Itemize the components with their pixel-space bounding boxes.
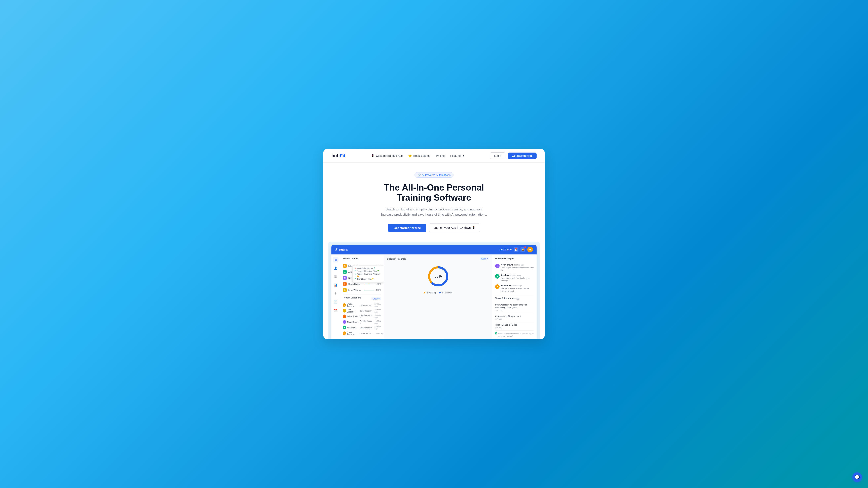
hero-buttons: Get started for free Launch your App in … <box>332 224 536 232</box>
app-header: ℱ HubFit Add Task + 📅 🔔 3 AK <box>332 245 536 255</box>
app-header-left: ℱ HubFit <box>335 248 347 252</box>
app-body: ⊞ 👤 ☰ 📊 ⚙ 📄 📅 Recent Clients <box>332 255 536 339</box>
x-icon: ✕ <box>354 267 356 269</box>
tasks-list: Sync with Noah via Zoom for tips on main… <box>495 303 534 339</box>
checkin-row-emma1: E Emma Johnson Daily Check-In 37 Mins ag… <box>343 303 381 307</box>
notification-icon-btn[interactable]: 🔔 3 <box>521 247 525 252</box>
checkmark-icon <box>496 333 497 334</box>
sidebar-icon-settings[interactable]: ⚙ <box>333 291 338 296</box>
tasks-divider <box>495 295 534 295</box>
app-sidebar: ⊞ 👤 ☰ 📊 ⚙ 📄 📅 <box>332 255 340 339</box>
reviewed-dot <box>439 292 441 293</box>
client-avatar-ethan: E <box>343 264 347 268</box>
avatar-olivia2: O <box>343 315 346 318</box>
donut-legend: 3 Pending 6 Reviewed <box>387 292 489 294</box>
user-avatar[interactable]: AK <box>527 247 533 253</box>
navbar: hubFit 📱 Custom Branded App 🤝 Book a Dem… <box>323 149 545 163</box>
sidebar-icon-list[interactable]: ☰ <box>333 274 338 280</box>
panel-right: Unread Messages N Noah Brown 46 Mins ago <box>492 255 536 339</box>
checkins-week-badge: Week ▾ <box>371 297 381 300</box>
nav-links: 📱 Custom Branded App 🤝 Book a Demo Prici… <box>371 154 464 158</box>
message-row-ava: A Ava Davis 48 Mins ago Progressing well… <box>495 274 534 282</box>
sidebar-icon-calendar[interactable]: 📅 <box>333 307 338 313</box>
msg-avatar-noah: N <box>495 264 500 268</box>
chat-fab-button[interactable]: 💬 <box>852 472 862 482</box>
avatar-ava2: A <box>343 326 346 329</box>
progress-bar-liam <box>364 290 374 290</box>
tooltip-row-1: ✕ Assigned Check-In 📋 <box>354 267 382 269</box>
sidebar-icon-users[interactable]: 👤 <box>333 265 338 271</box>
donut-chart-container: 63% <box>387 264 489 288</box>
hero-section: 🔗 AI Powered Automations The All-In-One … <box>323 163 545 238</box>
sidebar-icon-chart[interactable]: 📊 <box>333 282 338 288</box>
progress-bar-olivia <box>364 284 374 284</box>
chat-icon: 💬 <box>855 475 860 480</box>
checkin-row-noah2: N Noah Brown Weekly Check-In 41 Mins ago… <box>343 320 381 324</box>
app-window: ℱ HubFit Add Task + 📅 🔔 3 AK ⊞ <box>332 245 536 339</box>
nav-link-custom-branded-app[interactable]: 📱 Custom Branded App <box>371 154 403 157</box>
client-row-liam: L Liam Williams 100% <box>343 288 381 292</box>
pending-dot <box>424 292 425 293</box>
checkin-row-ava2: A Ava Davis Daily Check-In 42 Mins ago R… <box>343 325 381 330</box>
calendar-icon-btn[interactable]: 📅 <box>514 247 519 252</box>
logo: hubFit <box>332 153 345 158</box>
nav-item-book-demo[interactable]: 🤝 Book a Demo <box>408 154 430 158</box>
check-icon-3: ✓ <box>354 278 356 280</box>
tooltip-row-4: ✓ Client Logged In 🔑 <box>354 278 382 280</box>
sidebar-icon-grid[interactable]: ⊞ <box>333 257 338 262</box>
tasks-section-header: Tasks & Reminders 3 <box>495 297 534 301</box>
client-row-olivia: O Olivia Smith 50% <box>343 282 381 286</box>
panel-center: Check-In Progress Week ▾ <box>384 255 492 339</box>
nav-link-book-demo[interactable]: 🤝 Book a Demo <box>408 154 430 157</box>
recent-clients-header: Recent Clients <box>343 257 381 262</box>
checkin-progress-header: Check-In Progress Week ▾ <box>387 257 489 260</box>
sidebar-icon-file[interactable]: 📄 <box>333 299 338 305</box>
client-avatar-ava: A <box>343 270 347 274</box>
get-started-hero-button[interactable]: Get started for free <box>388 224 426 232</box>
donut-chart: 63% <box>426 264 450 288</box>
app-preview-wrapper: ℱ HubFit Add Task + 📅 🔔 3 AK ⊞ <box>328 241 540 339</box>
hero-headline: The All-In-One Personal Training Softwar… <box>332 183 536 203</box>
checkin-row-emma2: E Emma Johnson Daily Check-In 2 Hour ago… <box>343 331 381 335</box>
logo-fit: Fit <box>340 153 345 158</box>
msg-avatar-ethan: E <box>495 284 500 289</box>
nav-link-features[interactable]: Features ▾ <box>450 154 464 157</box>
get-started-nav-button[interactable]: Get started free <box>508 153 536 159</box>
task-checkbox[interactable] <box>495 332 497 334</box>
avatar-emma3: E <box>343 331 346 335</box>
tasks-count: 3 <box>517 298 520 300</box>
client-tooltip: ✕ Assigned Check-In 📋 ✓ Assigned Nutriti… <box>352 265 384 282</box>
check-icon: ✓ <box>354 270 356 272</box>
messages-section-header: Unread Messages <box>495 257 534 262</box>
ai-badge: 🔗 AI Powered Automations <box>414 172 454 178</box>
tooltip-row-2: ✓ Assigned Nutrition Plan 🥗 <box>354 270 382 272</box>
client-avatar-noah: N <box>343 276 347 280</box>
task-item-4: Download the client HubFit app and log-i… <box>495 332 534 339</box>
login-button[interactable]: Login <box>490 152 505 159</box>
avatar-emma: E <box>343 303 346 307</box>
panel-left: Recent Clients ✕ Assigned Check-In 📋 ✓ A… <box>340 255 384 339</box>
nav-item-pricing[interactable]: Pricing <box>436 154 445 158</box>
message-row-ethan: E Ethan Reid 50 Mins ago Hi Coach, low o… <box>495 284 534 292</box>
checkin-row-liam: L Liam Williams Daily Check-In 38 Mins a… <box>343 308 381 313</box>
nav-item-custom-branded-app[interactable]: 📱 Custom Branded App <box>371 154 403 158</box>
handshake-icon: 🤝 <box>408 154 412 157</box>
checkin-list: E Emma Johnson Daily Check-In 37 Mins ag… <box>343 303 381 335</box>
task-item-1: Sync with Noah via Zoom for tips on main… <box>495 303 534 313</box>
tooltip-row-3: ✓ Assigned Workout Program 💪 <box>354 273 382 277</box>
nav-item-features[interactable]: Features ▾ <box>450 154 464 158</box>
launch-app-button[interactable]: Launch your App in 14 days 📱 <box>429 224 480 232</box>
avatar-liam2: L <box>343 309 346 313</box>
check-icon-2: ✓ <box>354 274 356 276</box>
chevron-week-icon: ▾ <box>487 258 488 260</box>
client-avatar-liam: L <box>343 288 347 292</box>
app-header-brand-icon: ℱ <box>335 248 338 252</box>
app-main-content: Recent Clients ✕ Assigned Check-In 📋 ✓ A… <box>340 255 536 339</box>
task-item-2: Attach core pdf to Ava's vault 31/10/23 <box>495 315 534 322</box>
msg-avatar-ava: A <box>495 274 500 279</box>
chevron-down-icon: ▾ <box>463 154 464 157</box>
task-item-3: Tweak Ethan's meal plan 30/10/23 <box>495 324 534 331</box>
recent-checkins-header: Recent Check-Ins Week ▾ <box>343 296 381 301</box>
checkin-row-olivia2: O Olivia Smith Weekly Check-In 39 Mins a… <box>343 314 381 319</box>
nav-link-pricing[interactable]: Pricing <box>436 154 445 157</box>
